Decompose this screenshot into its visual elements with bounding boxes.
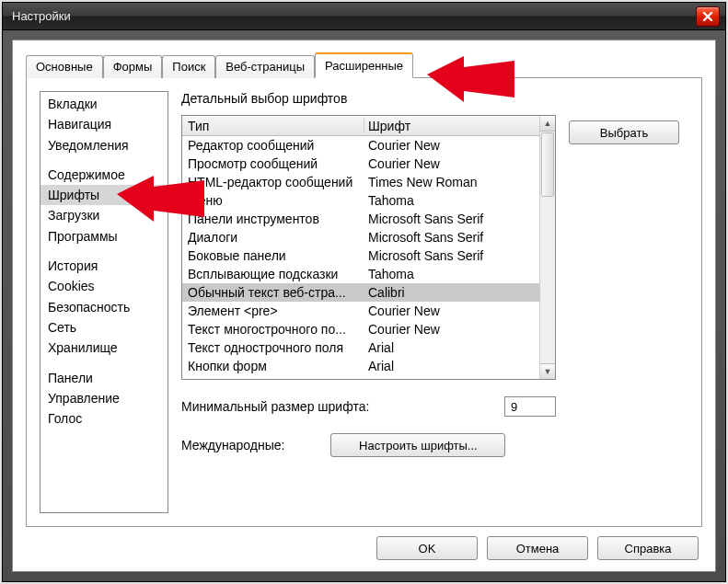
cell-type: Текст однострочного поля xyxy=(182,340,364,355)
sidebar-item[interactable]: Программы xyxy=(40,226,168,246)
settings-window: Настройки Основные Формы Поиск Веб-стран… xyxy=(2,2,726,582)
intl-label: Международные: xyxy=(181,438,284,452)
sidebar-item[interactable]: Голос xyxy=(40,408,168,429)
cell-font: Times New Roman xyxy=(364,175,539,189)
tab-forms[interactable]: Формы xyxy=(103,55,163,78)
scroll-up-button[interactable]: ▲ xyxy=(540,116,555,132)
cell-font: Calibri xyxy=(364,285,539,300)
sidebar-item[interactable]: Сеть xyxy=(40,317,168,338)
choose-font-button[interactable]: Выбрать xyxy=(569,120,679,144)
tab-advanced[interactable]: Расширенные xyxy=(315,52,413,78)
tab-basic[interactable]: Основные xyxy=(26,55,103,78)
sidebar-item[interactable]: Уведомления xyxy=(40,135,168,155)
table-row[interactable]: Просмотр сообщенийCourier New xyxy=(182,155,539,173)
table-row[interactable]: ДиалогиMicrosoft Sans Serif xyxy=(182,228,539,246)
cell-font: Courier New xyxy=(364,138,539,153)
cell-font: Tahoma xyxy=(364,193,539,208)
cell-font: Microsoft Sans Serif xyxy=(364,230,539,245)
tabstrip: Основные Формы Поиск Веб-страницы Расшир… xyxy=(26,53,702,77)
ok-button[interactable]: OK xyxy=(376,536,478,560)
cell-font: Microsoft Sans Serif xyxy=(364,248,539,263)
window-body: Основные Формы Поиск Веб-страницы Расшир… xyxy=(3,30,725,581)
main-column: Детальный выбор шрифтов Тип Шрифт Редакт… xyxy=(181,91,688,513)
sidebar-item[interactable]: Загрузки xyxy=(40,205,168,225)
cell-type: Текст многострочного по... xyxy=(182,322,364,337)
cell-type: Просмотр сообщений xyxy=(182,156,364,171)
cell-font: Arial xyxy=(364,340,539,355)
cancel-button[interactable]: Отмена xyxy=(487,536,588,560)
sidebar-item[interactable]: Содержимое xyxy=(40,165,168,185)
scroll-track[interactable] xyxy=(540,198,555,363)
sidebar-item[interactable]: Панели xyxy=(40,368,168,388)
cell-type: Всплывающие подсказки xyxy=(182,267,364,281)
close-button[interactable] xyxy=(696,6,720,27)
sidebar-item[interactable]: История xyxy=(40,256,168,276)
category-sidebar: ВкладкиНавигацияУведомленияСодержимоеШри… xyxy=(40,91,168,513)
dialog-button-bar: OK Отмена Справка xyxy=(26,527,702,562)
cell-type: Редактор сообщений xyxy=(182,138,364,153)
cell-font: Courier New xyxy=(364,303,539,318)
cell-type: Элемент <pre> xyxy=(182,303,364,318)
close-icon xyxy=(701,10,714,23)
fonts-heading: Детальный выбор шрифтов xyxy=(181,91,556,106)
window-title: Настройки xyxy=(12,9,696,23)
sidebar-item[interactable]: Управление xyxy=(40,388,168,408)
cell-type: Боковые панели xyxy=(182,248,364,263)
table-row[interactable]: Текст многострочного по...Courier New xyxy=(182,320,539,338)
table-row[interactable]: Редактор сообщенийCourier New xyxy=(182,136,539,155)
scroll-down-button[interactable]: ▼ xyxy=(540,363,555,379)
sidebar-item[interactable]: Шрифты xyxy=(40,185,168,205)
min-font-size-row: Минимальный размер шрифта: xyxy=(181,396,556,417)
table-row[interactable]: Элемент <pre>Courier New xyxy=(182,302,539,320)
tab-webpages[interactable]: Веб-страницы xyxy=(215,55,315,78)
min-font-size-label: Минимальный размер шрифта: xyxy=(181,399,369,414)
sidebar-item[interactable]: Навигация xyxy=(40,114,168,134)
content-panel: Основные Формы Поиск Веб-страницы Расшир… xyxy=(12,40,716,572)
sidebar-item[interactable]: Cookies xyxy=(40,276,168,296)
table-row[interactable]: Кнопки формArial xyxy=(182,357,539,375)
cell-type: HTML-редактор сообщений xyxy=(182,175,364,189)
table-row[interactable]: Всплывающие подсказкиTahoma xyxy=(182,265,539,283)
table-row[interactable]: Текст однострочного поляArial xyxy=(182,338,539,357)
cell-type: Меню xyxy=(182,193,364,208)
col-header-font[interactable]: Шрифт xyxy=(364,119,539,133)
center-column: Детальный выбор шрифтов Тип Шрифт Редакт… xyxy=(181,91,556,513)
cell-type: Кнопки форм xyxy=(182,359,364,373)
right-column: Выбрать xyxy=(569,91,688,513)
cell-font: Arial xyxy=(364,359,539,373)
cell-type: Диалоги xyxy=(182,230,364,245)
cell-font: Microsoft Sans Serif xyxy=(364,212,539,226)
col-header-type[interactable]: Тип xyxy=(182,119,364,133)
tab-page-advanced: ВкладкиНавигацияУведомленияСодержимоеШри… xyxy=(26,77,702,527)
scrollbar[interactable]: ▲ ▼ xyxy=(539,116,555,379)
cell-font: Courier New xyxy=(364,156,539,171)
fonts-table-rows: Редактор сообщенийCourier NewПросмотр со… xyxy=(182,136,539,375)
tab-search[interactable]: Поиск xyxy=(162,55,215,78)
help-button[interactable]: Справка xyxy=(597,536,699,560)
table-row[interactable]: МенюTahoma xyxy=(182,191,539,210)
cell-type: Панели инструментов xyxy=(182,212,364,226)
configure-intl-fonts-button[interactable]: Настроить шрифты... xyxy=(330,433,505,457)
cell-font: Courier New xyxy=(364,322,539,337)
sidebar-item[interactable]: Хранилище xyxy=(40,338,168,358)
cell-font: Tahoma xyxy=(364,267,539,281)
titlebar: Настройки xyxy=(3,3,725,30)
sidebar-item[interactable]: Вкладки xyxy=(40,94,168,114)
fonts-table-header: Тип Шрифт xyxy=(182,116,539,136)
min-font-size-input[interactable] xyxy=(504,396,556,417)
fonts-grid: Тип Шрифт Редактор сообщенийCourier NewП… xyxy=(181,115,556,380)
table-row[interactable]: HTML-редактор сообщенийTimes New Roman xyxy=(182,173,539,191)
sidebar-item[interactable]: Безопасность xyxy=(40,297,168,317)
table-row[interactable]: Боковые панелиMicrosoft Sans Serif xyxy=(182,246,539,265)
fonts-table: Тип Шрифт Редактор сообщенийCourier NewП… xyxy=(182,116,539,379)
cell-type: Обычный текст веб-стра... xyxy=(182,285,364,300)
table-row[interactable]: Панели инструментовMicrosoft Sans Serif xyxy=(182,210,539,228)
table-row[interactable]: Обычный текст веб-стра...Calibri xyxy=(182,283,539,302)
intl-row: Международные: Настроить шрифты... xyxy=(181,433,556,457)
scroll-thumb[interactable] xyxy=(541,132,554,197)
